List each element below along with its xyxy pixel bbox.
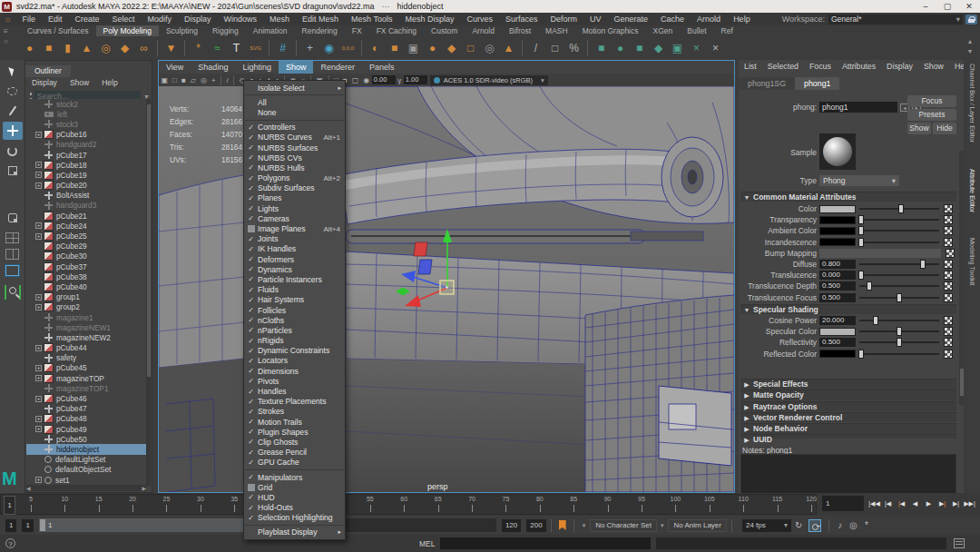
exposure-field[interactable]: 0.00 <box>372 75 396 84</box>
play-forwards-button[interactable]: ▶ <box>922 496 936 511</box>
map-texture-button[interactable] <box>944 226 953 235</box>
outliner-item-pcube17[interactable]: pCube17 <box>26 150 146 160</box>
outliner-item-pcube19[interactable]: +pCube19 <box>26 170 146 180</box>
calculator-icon[interactable]: # <box>273 39 292 58</box>
colorspace-dropdown[interactable]: ACES 1.0 SDR-video (sRGB) ▾ <box>430 75 548 85</box>
viewport-menu-renderer[interactable]: Renderer <box>313 61 362 74</box>
fill-hole-icon[interactable]: ● <box>423 39 442 58</box>
menu-mesh[interactable]: Mesh <box>263 15 296 24</box>
menu-help[interactable]: Help <box>727 15 757 24</box>
value-field[interactable]: 0.800 <box>819 260 856 269</box>
outliner-item-pcube16[interactable]: +pCube16 <box>26 130 146 140</box>
attribute-slider[interactable] <box>859 226 939 235</box>
attribute-slider[interactable] <box>859 327 939 336</box>
retopo-icon[interactable]: ▣ <box>668 39 687 58</box>
menu-item-subdiv-surfaces[interactable]: ✓Subdiv Surfaces <box>244 183 345 193</box>
create-curve-icon[interactable]: / <box>526 39 545 58</box>
menu-item-ncloths[interactable]: ✓nCloths <box>244 315 345 325</box>
expand-icon[interactable]: + <box>35 233 42 240</box>
fps-dropdown[interactable]: 24 fps▾ <box>742 519 791 532</box>
menu-item-image-planes[interactable]: Image PlanesAlt+4 <box>244 223 345 233</box>
show-button[interactable]: Show <box>907 123 931 134</box>
range-start-handle[interactable] <box>40 519 45 531</box>
menu-deform[interactable]: Deform <box>544 15 584 24</box>
color-swatch[interactable] <box>819 216 856 224</box>
viewport-menu-show[interactable]: Show <box>279 61 314 74</box>
menu-item-joints[interactable]: ✓Joints <box>244 234 345 244</box>
expand-icon[interactable]: + <box>35 416 42 422</box>
snap-time-icon[interactable]: ◉ <box>319 39 338 58</box>
step-back-frame-button[interactable]: |◀ <box>881 496 895 511</box>
layout-two-pane-button[interactable] <box>5 249 19 260</box>
section-vector-renderer-control[interactable]: ▶Vector Renderer Control <box>740 412 956 423</box>
menu-item-fluids[interactable]: ✓Fluids <box>244 285 345 295</box>
menu-item-dynamic-constraints[interactable]: ✓Dynamic Constraints <box>244 346 345 356</box>
poly-sphere-icon[interactable]: ● <box>20 39 39 58</box>
outliner-item-pcube24[interactable]: +pCube24 <box>26 221 146 231</box>
viewport-menu-panels[interactable]: Panels <box>362 61 402 74</box>
joystick-icon[interactable]: + <box>209 76 218 84</box>
section-common-material-attributes[interactable]: ▼Common Material Attributes <box>740 192 956 202</box>
slider-handle[interactable] <box>858 238 864 247</box>
outliner-item-boltassist[interactable]: BoltAssist <box>26 191 146 201</box>
delete-vertex-icon[interactable]: × <box>706 39 725 58</box>
menu-item-strokes[interactable]: ✓Strokes <box>244 407 345 417</box>
expand-icon[interactable]: + <box>35 365 42 371</box>
slider-handle[interactable] <box>897 338 902 347</box>
menu-item-nurbs-curves[interactable]: ✓NURBS CurvesAlt+1 <box>244 133 345 143</box>
menu-file[interactable]: File <box>15 15 42 24</box>
expand-icon[interactable]: + <box>35 172 42 178</box>
ae-menu-attributes[interactable]: Attributes <box>837 62 881 71</box>
shelf-tab-custom[interactable]: Custom <box>424 25 465 36</box>
value-field[interactable]: 0.000 <box>819 271 856 280</box>
menu-item-nrigids[interactable]: ✓nRigids <box>244 336 345 346</box>
menu-item-nurbs-hulls[interactable]: ✓NURBS Hulls <box>244 163 345 172</box>
focus-button[interactable]: Focus <box>907 95 956 107</box>
shelf-options-icon[interactable]: ○ <box>4 37 20 45</box>
curves-bracket-icon[interactable]: ≈ <box>208 39 227 58</box>
menu-item-dynamics[interactable]: ✓Dynamics <box>244 264 345 274</box>
menu-display[interactable]: Display <box>178 15 218 24</box>
shelf-tab-sculpting[interactable]: Sculpting <box>159 25 205 36</box>
value-field[interactable]: 20.000 <box>819 316 856 325</box>
attribute-slider[interactable] <box>859 271 939 280</box>
ae-menu-focus[interactable]: Focus <box>804 62 837 71</box>
shelf-tab-curves-surfaces[interactable]: Curves / Surfaces <box>20 25 96 36</box>
animation-start-field[interactable]: 1 <box>5 519 16 532</box>
ae-menu-list[interactable]: List <box>739 62 762 71</box>
platonic-solid-icon[interactable]: ▼ <box>162 39 181 58</box>
outliner-item-stock3[interactable]: stock3 <box>26 119 146 129</box>
expand-icon[interactable]: + <box>35 182 42 189</box>
shelf-tab-bullet[interactable]: Bullet <box>680 25 713 36</box>
menu-item-all[interactable]: All <box>244 97 345 107</box>
shelf-tab-fx-caching[interactable]: FX Caching <box>369 25 424 36</box>
multi-cut-icon[interactable]: % <box>564 39 583 58</box>
menu-item-planes[interactable]: ✓Planes <box>244 193 345 203</box>
outliner-item-magazinenew1[interactable]: magazineNEW1 <box>26 322 146 332</box>
construction-aim-icon[interactable]: + <box>300 39 319 58</box>
paint-select-tool[interactable] <box>3 102 23 120</box>
expand-icon[interactable]: + <box>35 426 42 432</box>
exposure-icon[interactable]: ◉ <box>361 76 372 84</box>
outliner-item-stock2[interactable]: stock2 <box>26 99 146 109</box>
svg-tool-icon[interactable]: SVG <box>246 39 265 58</box>
camera-bookmark-icon[interactable]: ■ <box>179 76 188 84</box>
shelf-tab-menu-icon[interactable]: ≡ <box>4 27 20 35</box>
map-texture-button[interactable] <box>944 260 953 269</box>
move-tool[interactable] <box>3 122 23 140</box>
animation-prefs-icon[interactable]: * <box>865 520 868 530</box>
side-tab-modeling-toolkit[interactable]: Modeling Toolkit <box>968 238 976 285</box>
poly-cube-icon[interactable]: ■ <box>39 39 58 58</box>
poly-pipe-icon[interactable]: ∞ <box>134 39 153 58</box>
outliner-item-pcube47[interactable]: pCube47 <box>26 404 146 414</box>
outliner-menu-show[interactable]: Show <box>64 77 95 89</box>
ae-menu-selected[interactable]: Selected <box>762 62 804 71</box>
audio-icon[interactable]: ♪ <box>838 520 842 530</box>
menu-arnold[interactable]: Arnold <box>691 15 727 24</box>
poly-plane-icon[interactable]: ◆ <box>115 39 134 58</box>
layout-four-pane-button[interactable] <box>5 232 19 243</box>
section-specular-shading[interactable]: ▼Specular Shading <box>740 304 956 314</box>
last-tool-used[interactable] <box>3 209 23 227</box>
section-node-behavior[interactable]: ▶Node Behavior <box>740 423 956 434</box>
shelf-tab-fx[interactable]: FX <box>345 25 369 36</box>
